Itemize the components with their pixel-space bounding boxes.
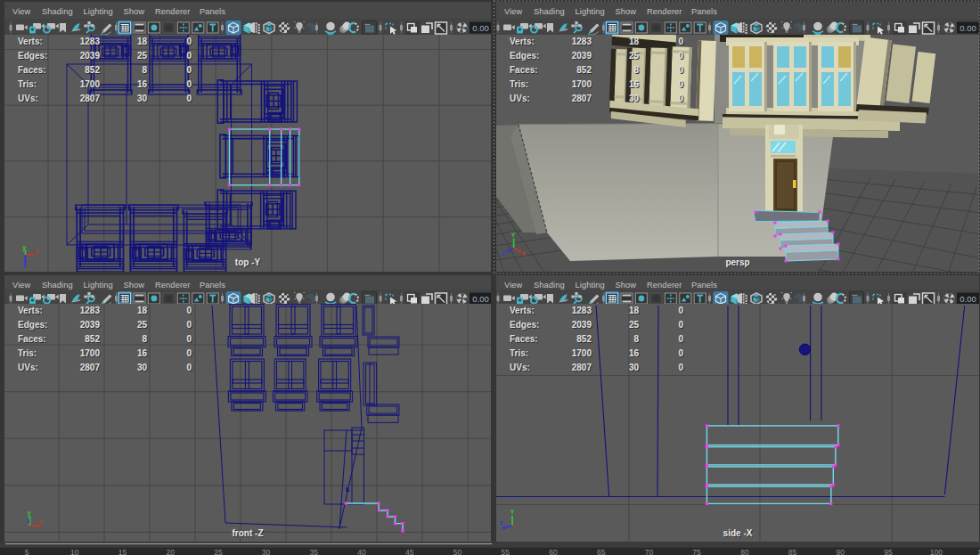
svg-text:z: z	[500, 518, 503, 526]
svg-text:z: z	[27, 517, 30, 525]
svg-text:0.00: 0.00	[960, 294, 976, 304]
svg-text:0.00: 0.00	[472, 294, 489, 304]
svg-text:Y: Y	[511, 231, 516, 239]
svg-text:0.00: 0.00	[960, 23, 976, 33]
svg-text:Y: Y	[510, 508, 515, 516]
svg-text:0.00: 0.00	[472, 23, 489, 33]
svg-text:z: z	[502, 249, 505, 257]
